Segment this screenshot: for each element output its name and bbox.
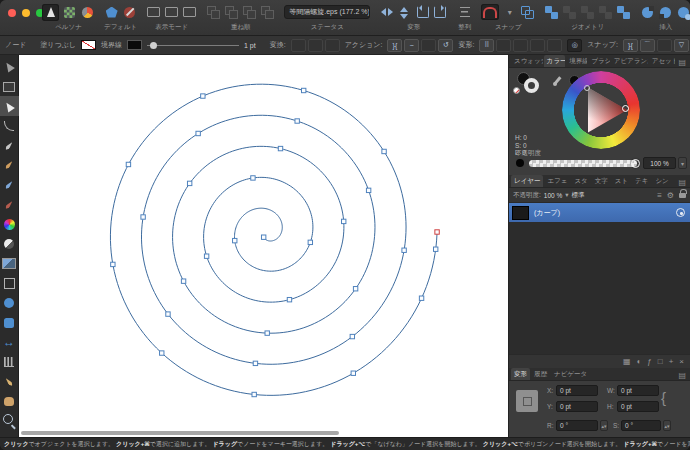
style-picker-tool[interactable] xyxy=(0,372,19,392)
arrange-to-front-icon[interactable] xyxy=(206,5,221,20)
cycle-selection-box-button[interactable]: ◎ xyxy=(567,39,582,52)
arrow-tool[interactable] xyxy=(0,333,19,353)
arrange-forward-icon[interactable] xyxy=(224,5,239,20)
curve-node[interactable] xyxy=(265,331,269,335)
artboard-tool[interactable] xyxy=(0,77,19,97)
tab-テキ[interactable]: テキ xyxy=(632,175,651,187)
curve-node[interactable] xyxy=(433,247,437,251)
blend-options-icon[interactable]: ≡ xyxy=(657,191,662,200)
curve-node[interactable] xyxy=(196,131,200,135)
transform-rotate-button[interactable] xyxy=(530,39,545,52)
designer-persona-icon[interactable] xyxy=(42,4,59,21)
stroke-preset-icon[interactable] xyxy=(104,5,119,20)
layer-name[interactable]: (カーブ) xyxy=(534,208,671,218)
add-group-icon[interactable]: □ xyxy=(658,358,663,366)
curve-node[interactable] xyxy=(295,119,299,123)
curve-node[interactable] xyxy=(187,181,191,185)
add-layer-icon[interactable]: + xyxy=(669,358,674,366)
curve-node[interactable] xyxy=(141,215,145,219)
snap-to-curves-button[interactable]: }{ xyxy=(623,39,638,52)
fill-color-indicator[interactable] xyxy=(524,78,539,93)
convert-smart-button[interactable] xyxy=(325,39,340,52)
transform-shear-button[interactable] xyxy=(547,39,562,52)
curve-node[interactable] xyxy=(287,297,291,301)
h-field[interactable]: 0 pt xyxy=(617,401,659,412)
curve-end-node[interactable] xyxy=(435,230,439,234)
document-canvas[interactable] xyxy=(19,55,508,437)
snap-off-curve-button[interactable]: ⌒ xyxy=(640,39,655,52)
curve-node[interactable] xyxy=(342,219,346,223)
panel-menu-icon[interactable]: ▤ xyxy=(676,58,688,67)
snap-blank-button[interactable] xyxy=(657,39,672,52)
flip-vertical-icon[interactable] xyxy=(397,5,412,20)
tab-文字[interactable]: 文字 xyxy=(592,175,611,187)
reverse-curves-button[interactable]: ↺ xyxy=(438,39,453,52)
boolean-intersect-icon[interactable] xyxy=(580,5,595,20)
layer-thumbnail[interactable] xyxy=(512,206,529,220)
boolean-subtract-icon[interactable] xyxy=(562,5,577,20)
arrange-backward-icon[interactable] xyxy=(242,5,257,20)
curve-node[interactable] xyxy=(278,146,282,150)
zoom-tool[interactable] xyxy=(0,411,19,431)
paint-brush-tool[interactable] xyxy=(0,195,19,215)
tab-履歴[interactable]: 履歴 xyxy=(531,368,550,380)
boolean-xor-icon[interactable] xyxy=(598,5,613,20)
curve-node[interactable] xyxy=(351,371,355,375)
spiral-curve[interactable] xyxy=(110,84,437,395)
alignment-icon[interactable] xyxy=(457,5,472,20)
curve-node[interactable] xyxy=(204,254,208,258)
tab-アピアランス[interactable]: アピアランス xyxy=(611,55,648,67)
fill-preset-icon[interactable] xyxy=(122,5,137,20)
tab-ブラシ[interactable]: ブラシ xyxy=(588,55,610,67)
boolean-divide-icon[interactable] xyxy=(616,5,631,20)
curve-node[interactable] xyxy=(402,248,406,252)
transparency-tool[interactable] xyxy=(0,234,19,254)
layer-row[interactable]: (カーブ) xyxy=(509,203,690,222)
document-title[interactable]: 等間隔螺旋.eps (177.2 %) xyxy=(284,5,370,19)
panel-menu-icon[interactable]: ▤ xyxy=(676,371,688,380)
tab-変形[interactable]: 変形 xyxy=(511,368,530,380)
curve-node[interactable] xyxy=(353,287,357,291)
view-tool[interactable] xyxy=(0,392,19,412)
view-pixel-icon[interactable] xyxy=(164,5,179,20)
add-mask-icon[interactable]: ▦ xyxy=(623,358,631,366)
w-field[interactable]: 0 pt xyxy=(617,385,659,396)
curve-node[interactable] xyxy=(350,334,354,338)
fill-swatch[interactable] xyxy=(81,40,96,50)
tab-シン[interactable]: シン xyxy=(652,175,671,187)
corner-tool[interactable] xyxy=(0,116,19,136)
curve-node[interactable] xyxy=(233,238,237,242)
shade-marker[interactable] xyxy=(584,85,590,91)
panel-menu-icon[interactable]: ▤ xyxy=(676,178,688,187)
opacity-stepper[interactable]: ▾ xyxy=(678,157,687,169)
layer-opacity-value[interactable]: 100 % xyxy=(544,192,562,199)
shear-stepper[interactable]: ▴▾ xyxy=(663,420,671,431)
tab-ナビゲータ[interactable]: ナビゲータ xyxy=(551,368,590,380)
snapping-magnet-icon[interactable] xyxy=(481,4,499,20)
arrange-to-back-icon[interactable] xyxy=(260,5,275,20)
no-color-indicator[interactable] xyxy=(513,87,520,94)
rotation-field[interactable]: 0 ° xyxy=(556,420,598,431)
tab-スウォッチ[interactable]: スウォッチ xyxy=(511,55,543,67)
curve-node[interactable] xyxy=(160,351,164,355)
hue-marker[interactable] xyxy=(622,105,629,112)
stroke-width-slider[interactable] xyxy=(147,40,239,50)
view-split-icon[interactable] xyxy=(182,5,197,20)
curve-node[interactable] xyxy=(308,240,312,244)
lock-icon[interactable] xyxy=(679,193,686,198)
blend-gamma-icon[interactable]: ⚙ xyxy=(667,191,674,200)
layer-fx-icon[interactable]: ƒ xyxy=(647,358,651,366)
curve-node[interactable] xyxy=(382,149,386,153)
fill-tool[interactable] xyxy=(0,215,19,235)
tab-アセット[interactable]: アセット xyxy=(649,55,676,67)
rotate-cw-icon[interactable] xyxy=(433,5,448,20)
layer-opacity-chevron-icon[interactable]: ▾ xyxy=(565,191,568,199)
curve-node[interactable] xyxy=(201,94,205,98)
curve-node[interactable] xyxy=(419,296,423,300)
curve-start-node[interactable] xyxy=(261,235,265,239)
tab-スト[interactable]: スト xyxy=(612,175,631,187)
flip-horizontal-icon[interactable] xyxy=(379,5,394,20)
close-curve-button[interactable]: ~ xyxy=(404,39,419,52)
curve-node[interactable] xyxy=(252,392,256,396)
convert-smooth-button[interactable] xyxy=(308,39,323,52)
